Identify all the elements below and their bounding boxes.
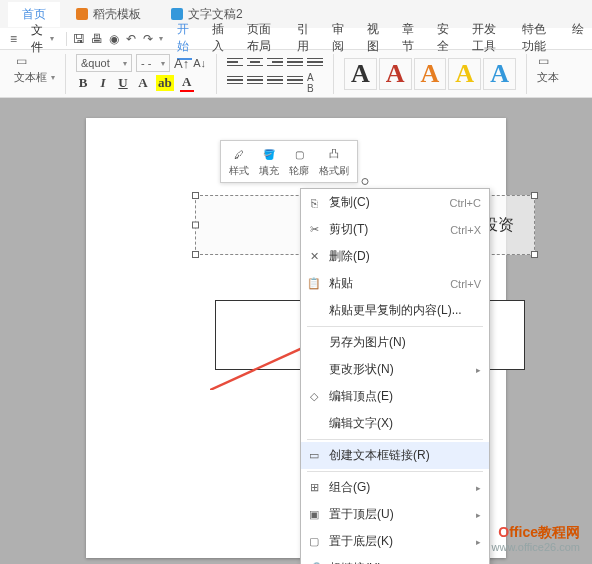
ribbon-bar: ▭ 文本框▾ &quot▾ - -▾ A↑ A↓ B I U A ab A <box>0 50 592 98</box>
separator <box>526 54 527 94</box>
font-style-row: B I U A ab A <box>76 74 206 92</box>
indent-inc[interactable] <box>287 72 303 88</box>
list-bullet[interactable] <box>227 72 243 88</box>
ctx-hyperlink[interactable]: 🔗超链接(H)Ctrl+K <box>301 555 489 564</box>
brush-icon: 凸 <box>325 145 343 163</box>
ctx-save-img[interactable]: 另存为图片(N) <box>301 329 489 356</box>
points-icon: ◇ <box>307 390 321 404</box>
text-dir[interactable]: AB <box>307 72 314 94</box>
rotate-handle[interactable] <box>362 178 369 185</box>
ctx-cut[interactable]: ✂剪切(T)Ctrl+X <box>301 216 489 243</box>
text-group: ▭ 文本 <box>531 54 565 93</box>
ft-fill[interactable]: 🪣填充 <box>255 145 283 178</box>
template-icon <box>76 8 88 20</box>
ctx-copy[interactable]: ⎘复制(C)Ctrl+C <box>301 189 489 216</box>
separator <box>307 439 483 440</box>
styles-group: A A A A A <box>338 54 522 93</box>
resize-handle[interactable] <box>531 251 538 258</box>
italic-button[interactable]: I <box>96 75 110 91</box>
style-a2[interactable]: A <box>379 58 412 90</box>
preview-icon[interactable]: ◉ <box>109 32 120 46</box>
floating-toolbar: 🖊样式 🪣填充 ▢轮廓 凸格式刷 <box>220 140 358 183</box>
text-icon[interactable]: ▭ <box>537 54 551 68</box>
separator <box>307 326 483 327</box>
bold-button[interactable]: B <box>76 75 90 91</box>
delete-icon: ✕ <box>307 250 321 264</box>
shrink-font[interactable]: A↓ <box>193 57 206 69</box>
group-icon: ⊞ <box>307 481 321 495</box>
align-dist[interactable] <box>307 54 323 70</box>
ribbon-tab-draw[interactable]: 绘 <box>572 18 584 60</box>
style-a3[interactable]: A <box>414 58 447 90</box>
watermark-title: ffice教程网 <box>509 524 580 540</box>
font-group: &quot▾ - -▾ A↑ A↓ B I U A ab A <box>70 54 212 93</box>
ctx-delete[interactable]: ✕删除(D) <box>301 243 489 270</box>
textbox-group: ▭ 文本框▾ <box>8 54 61 93</box>
paragraph-group: AB <box>221 54 329 93</box>
resize-handle[interactable] <box>531 192 538 199</box>
tab-template[interactable]: 稻壳模板 <box>62 2 155 27</box>
align-left[interactable] <box>227 54 243 70</box>
separator <box>65 54 66 94</box>
watermark: Office教程网 www.office26.com <box>492 524 580 554</box>
bucket-icon: 🪣 <box>260 145 278 163</box>
ctx-edit-points[interactable]: ◇编辑顶点(E) <box>301 383 489 410</box>
cut-icon: ✂ <box>307 223 321 237</box>
ctx-change-shape[interactable]: 更改形状(N)▸ <box>301 356 489 383</box>
style-a5[interactable]: A <box>483 58 516 90</box>
text-label[interactable]: 文本 <box>537 70 559 85</box>
context-menu: ⎘复制(C)Ctrl+C ✂剪切(T)Ctrl+X ✕删除(D) 📋粘贴Ctrl… <box>300 188 490 564</box>
font-color-button[interactable]: A <box>180 74 194 92</box>
textbox-label[interactable]: 文本框 <box>14 70 47 85</box>
redo-icon[interactable]: ↷ <box>143 32 154 46</box>
size-select[interactable]: - -▾ <box>136 54 170 72</box>
print-icon[interactable]: 🖶 <box>91 32 103 46</box>
separator <box>307 471 483 472</box>
style-a1[interactable]: A <box>344 58 377 90</box>
resize-handle[interactable] <box>192 251 199 258</box>
ctx-paste[interactable]: 📋粘贴Ctrl+V <box>301 270 489 297</box>
front-icon: ▣ <box>307 508 321 522</box>
ft-style[interactable]: 🖊样式 <box>225 145 253 178</box>
separator <box>66 32 67 46</box>
file-menu[interactable]: 文件▾ <box>25 20 60 58</box>
indent-dec[interactable] <box>267 72 283 88</box>
undo-icon[interactable]: ↶ <box>126 32 137 46</box>
ft-outline[interactable]: ▢轮廓 <box>285 145 313 178</box>
ctx-paste-prev[interactable]: 粘贴更早复制的内容(L)... <box>301 297 489 324</box>
style-a4[interactable]: A <box>448 58 481 90</box>
grow-font[interactable]: A↑ <box>174 56 189 71</box>
align-right[interactable] <box>267 54 283 70</box>
separator <box>216 54 217 94</box>
save-icon[interactable]: 🖫 <box>73 32 85 46</box>
paste-icon: 📋 <box>307 277 321 291</box>
font-a-button[interactable]: A <box>136 75 150 91</box>
ctx-edit-text[interactable]: 编辑文字(X) <box>301 410 489 437</box>
menu-icon[interactable]: ≡ <box>8 32 19 46</box>
resize-handle[interactable] <box>192 222 199 229</box>
back-icon: ▢ <box>307 535 321 549</box>
font-select[interactable]: &quot▾ <box>76 54 132 72</box>
separator <box>333 54 334 94</box>
align-center[interactable] <box>247 54 263 70</box>
align-justify[interactable] <box>287 54 303 70</box>
ctx-send-back[interactable]: ▢置于底层(K)▸ <box>301 528 489 555</box>
ctx-create-link[interactable]: ▭创建文本框链接(R) <box>301 442 489 469</box>
quick-toolbar: ≡ 文件▾ 🖫 🖶 ◉ ↶ ↷ ▾ 开始 插入 页面布局 引用 审阅 视图 章节… <box>0 28 592 50</box>
list-num[interactable] <box>247 72 263 88</box>
ft-format[interactable]: 凸格式刷 <box>315 145 353 178</box>
ctx-group[interactable]: ⊞组合(G)▸ <box>301 474 489 501</box>
resize-handle[interactable] <box>192 192 199 199</box>
link-box-icon: ▭ <box>307 449 321 463</box>
dropdown-icon[interactable]: ▾ <box>159 34 163 43</box>
copy-icon: ⎘ <box>307 196 321 210</box>
highlight-button[interactable]: ab <box>156 75 174 91</box>
textbox-icon[interactable]: ▭ <box>14 54 28 68</box>
watermark-url: www.office26.com <box>492 541 580 554</box>
square-icon: ▢ <box>290 145 308 163</box>
pen-icon: 🖊 <box>230 145 248 163</box>
ctx-bring-front[interactable]: ▣置于顶层(U)▸ <box>301 501 489 528</box>
underline-button[interactable]: U <box>116 75 130 91</box>
